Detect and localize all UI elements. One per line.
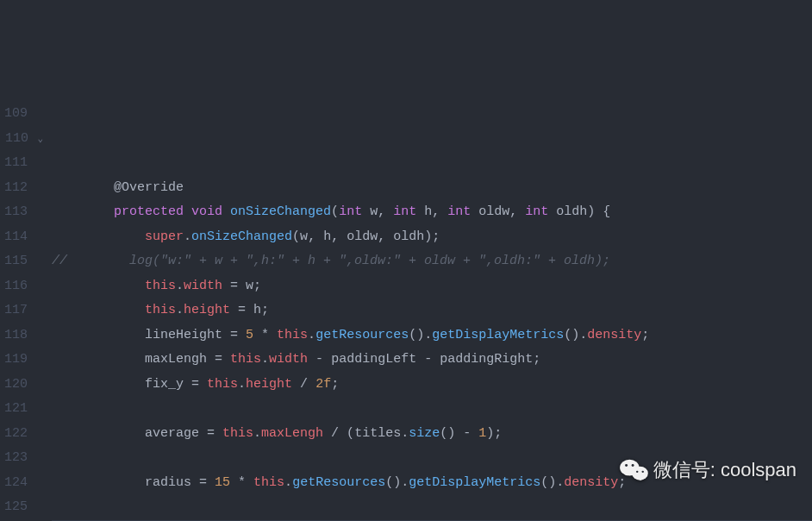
svg-point-4 — [636, 471, 638, 473]
line-number: 120 — [0, 373, 43, 398]
fold-marker-icon[interactable]: ⌄ — [36, 130, 43, 148]
line-number: 114 — [0, 225, 43, 250]
code-line[interactable]: @Override — [52, 176, 812, 201]
line-number: 113 — [0, 200, 43, 225]
svg-point-1 — [632, 467, 648, 480]
line-number: 121 — [0, 397, 43, 422]
wechat-icon — [619, 458, 648, 482]
code-line[interactable] — [52, 495, 812, 520]
svg-point-5 — [641, 471, 643, 473]
line-number: 111 — [0, 151, 43, 176]
line-number: 117 — [0, 298, 43, 323]
line-number: 110 ⌄ — [0, 127, 43, 152]
line-number: 115 — [0, 249, 43, 274]
code-line[interactable] — [52, 397, 812, 422]
line-number: 122 — [0, 422, 43, 447]
line-number: 119 — [0, 348, 43, 373]
code-line[interactable]: maxLengh = this.width - paddingLeft - pa… — [52, 348, 812, 373]
line-number: 109 — [0, 102, 43, 127]
watermark-text: 微信号: coolspan — [653, 452, 796, 488]
svg-point-2 — [625, 464, 628, 467]
line-number-gutter: 109 110 ⌄111 112 113 114 115 116 117 118… — [0, 98, 52, 521]
line-number: 116 — [0, 274, 43, 299]
code-line[interactable]: lineHeight = 5 * this.getResources().get… — [52, 323, 812, 348]
line-number: 123 — [0, 446, 43, 471]
line-number: 118 — [0, 323, 43, 348]
line-number: 112 — [0, 176, 43, 201]
code-line[interactable]: average = this.maxLengh / (titles.size()… — [52, 422, 812, 447]
wechat-watermark: 微信号: coolspan — [619, 452, 796, 488]
code-line[interactable]: super.onSizeChanged(w, h, oldw, oldh); — [52, 225, 812, 250]
code-line[interactable]: fix_y = this.height / 2f; — [52, 373, 812, 398]
code-line[interactable]: // log("w:" + w + ",h:" + h + ",oldw:" +… — [52, 249, 812, 274]
code-line[interactable]: this.width = w; — [52, 274, 812, 299]
line-number: 125 — [0, 495, 43, 520]
line-number: 124 — [0, 471, 43, 496]
code-line[interactable]: protected void onSizeChanged(int w, int … — [52, 200, 812, 225]
code-line[interactable]: this.height = h; — [52, 298, 812, 323]
svg-point-3 — [631, 464, 634, 467]
